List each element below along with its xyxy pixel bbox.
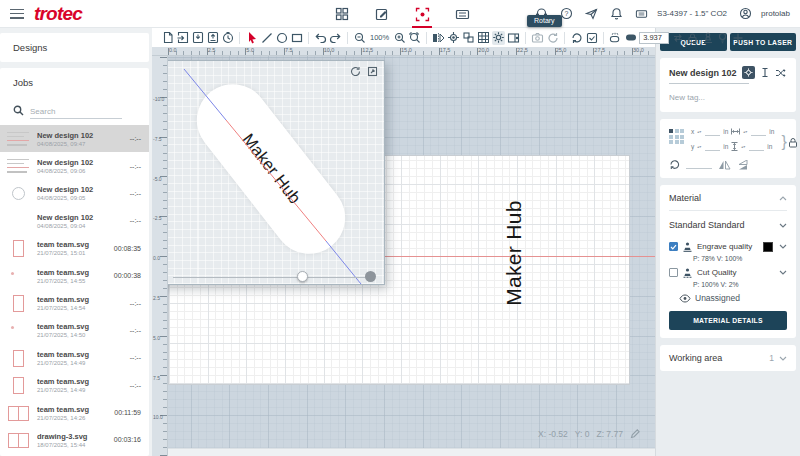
stamp-icon[interactable]	[701, 31, 714, 45]
design-name[interactable]: New design 102	[669, 68, 739, 78]
edit-position-pencil-icon[interactable]	[630, 429, 640, 439]
height-input[interactable]	[749, 142, 764, 151]
mirror-icon[interactable]	[432, 31, 445, 45]
rotation-input[interactable]	[686, 160, 712, 169]
y-stepper[interactable]: ▴▾	[697, 145, 701, 148]
lock-icon[interactable]	[686, 31, 699, 45]
job-list-item[interactable]: New design 102 04/08/2025, 09:04 --:--	[0, 207, 149, 234]
y-position-input[interactable]	[705, 142, 720, 151]
search-input[interactable]	[30, 105, 122, 119]
job-list-item[interactable]: team team.svg 21/07/2025, 15:01 00:08:35	[0, 235, 149, 262]
job-list-item[interactable]: New design 102 04/08/2025, 09:47 --:--	[0, 125, 149, 152]
canvas-design-text[interactable]: Maker Hub	[502, 200, 526, 305]
horizontal-scrollbar[interactable]	[152, 448, 655, 456]
x-stepper[interactable]: ▴▾	[697, 130, 701, 133]
collapse-chevron-icon[interactable]	[779, 196, 787, 201]
x-position-input[interactable]	[705, 127, 720, 136]
tab-prepare[interactable]	[410, 0, 434, 28]
job-time-icon[interactable]	[221, 31, 234, 45]
redo-icon[interactable]	[329, 31, 342, 45]
user-avatar-icon[interactable]	[739, 7, 752, 20]
rotation-slider-track[interactable]	[173, 277, 368, 278]
cut-checkbox[interactable]	[669, 268, 678, 277]
job-list-item[interactable]: drawing-3.svg 18/07/2025, 15:44 00:03:16	[0, 426, 149, 453]
job-checklist-icon[interactable]	[585, 31, 598, 45]
job-list-item[interactable]: team team.svg 21/07/2025, 14:54 --:--	[0, 289, 149, 316]
new-file-icon[interactable]	[161, 31, 174, 45]
width-stepper[interactable]: ▴▾	[743, 130, 747, 133]
lamp-icon[interactable]	[716, 31, 729, 45]
material-details-button[interactable]: MATERIAL DETAILS	[669, 311, 787, 330]
rotary-object[interactable]: Maker Hub	[182, 70, 359, 269]
save-icon[interactable]	[191, 31, 204, 45]
width-input[interactable]	[751, 127, 766, 136]
preview-rotate-icon[interactable]	[350, 66, 361, 77]
select-tool-icon[interactable]	[245, 31, 258, 45]
engrave-chevron-icon[interactable]	[779, 244, 787, 249]
zoom-selection-icon[interactable]	[408, 31, 421, 45]
text-tool-icon[interactable]	[758, 66, 771, 79]
machine-name[interactable]: S3-4397 - 1.5" CO2	[657, 9, 727, 18]
canvas-region[interactable]: -10.0-7.5-5.0-2.50.02.55.07.510.0 Maker …	[152, 56, 655, 456]
anchor-point-selector[interactable]	[669, 129, 684, 144]
ellipse-tool-icon[interactable]	[275, 31, 288, 45]
shuffle-arrows-icon[interactable]	[774, 66, 787, 79]
camera-icon[interactable]	[531, 31, 544, 45]
flip-horizontal-icon[interactable]	[718, 160, 731, 170]
rotary-icon[interactable]	[609, 31, 622, 45]
focus-icon[interactable]	[447, 31, 460, 45]
job-list-item[interactable]: team team.svg 21/07/2025, 14:49 --:--	[0, 372, 149, 399]
working-area-chevron-icon[interactable]	[779, 356, 787, 361]
swap-icon[interactable]	[671, 31, 684, 45]
focus-target-icon[interactable]	[742, 66, 755, 79]
tab-design[interactable]	[370, 0, 394, 28]
rotation-slider-end[interactable]	[365, 271, 376, 282]
tab-produce[interactable]	[450, 0, 474, 28]
engrave-checkbox[interactable]	[669, 242, 678, 251]
job-list-item[interactable]: team team.svg 21/07/2025, 14:49 --:--	[0, 344, 149, 371]
refresh-icon[interactable]	[546, 31, 559, 45]
rotation-slider-handle[interactable]	[297, 271, 308, 282]
engrave-process-row[interactable]: Engrave quality	[669, 241, 787, 252]
save-as-icon[interactable]	[206, 31, 219, 45]
designs-section[interactable]: Designs	[0, 33, 149, 62]
zoom-level[interactable]: 100%	[368, 33, 391, 42]
user-name[interactable]: protolab	[761, 9, 790, 18]
job-list-item[interactable]: team team.svg 21/07/2025, 14:26 00:11:59	[0, 399, 149, 426]
import-icon[interactable]	[176, 31, 189, 45]
add-icon[interactable]	[731, 31, 744, 45]
working-area-value[interactable]: 1	[769, 353, 774, 363]
job-list-item[interactable]: New design 102 04/08/2025, 09:05 --:--	[0, 180, 149, 207]
rotary-diameter-field[interactable]	[639, 32, 669, 44]
panels-icon[interactable]	[507, 31, 520, 45]
engrave-color-swatch[interactable]	[763, 242, 773, 252]
rotary-diameter-input[interactable]	[643, 33, 665, 42]
menu-icon[interactable]	[10, 9, 24, 19]
line-tool-icon[interactable]	[260, 31, 273, 45]
workspace-settings-gear-icon[interactable]	[492, 31, 505, 45]
cut-process-row[interactable]: Cut Quality	[669, 267, 787, 278]
rectangle-tool-icon[interactable]	[290, 31, 303, 45]
flip-vertical-icon[interactable]	[737, 160, 748, 170]
zoom-in-icon[interactable]	[393, 31, 406, 45]
undo-icon[interactable]	[314, 31, 327, 45]
unassigned-row[interactable]: Unassigned	[679, 293, 787, 303]
rotary-preview-panel[interactable]: Maker Hub	[158, 60, 385, 285]
new-tag-input[interactable]	[669, 93, 787, 102]
height-stepper[interactable]: ▴▾	[741, 145, 745, 148]
job-list-item[interactable]: team team.svg 21/07/2025, 14:50 --:--	[0, 317, 149, 344]
grid-icon[interactable]	[477, 31, 490, 45]
zoom-out-icon[interactable]	[353, 31, 366, 45]
job-list-item[interactable]: New design 102 04/08/2025, 09:06 --:--	[0, 152, 149, 179]
jobs-section-label[interactable]: Jobs	[0, 68, 149, 97]
preview-expand-icon[interactable]	[367, 66, 378, 77]
history-icon[interactable]	[570, 31, 583, 45]
job-list-item[interactable]: team team.svg 21/07/2025, 14:55 00:00:38	[0, 262, 149, 289]
position-icon[interactable]	[462, 31, 475, 45]
feedback-icon[interactable]	[585, 7, 598, 20]
aspect-lock-icon[interactable]	[788, 137, 798, 148]
notifications-bell-icon[interactable]	[610, 7, 623, 20]
tab-dashboard[interactable]	[330, 0, 354, 28]
material-select[interactable]: Standard Standard	[669, 211, 787, 240]
help-icon[interactable]: ?	[560, 7, 573, 20]
